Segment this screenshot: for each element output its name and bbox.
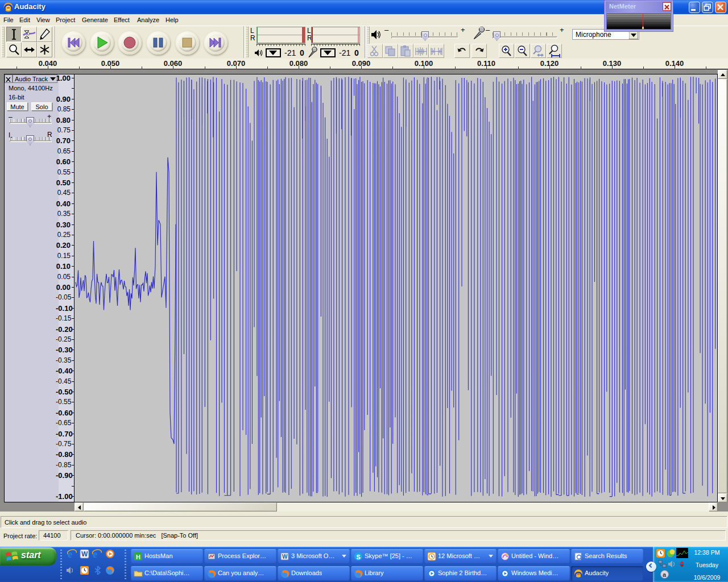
svg-text:H: H [136, 554, 140, 560]
svg-text:W: W [81, 550, 88, 558]
svg-text:a: a [663, 571, 667, 578]
svg-text:W: W [282, 554, 288, 560]
svg-text:S: S [357, 554, 361, 560]
